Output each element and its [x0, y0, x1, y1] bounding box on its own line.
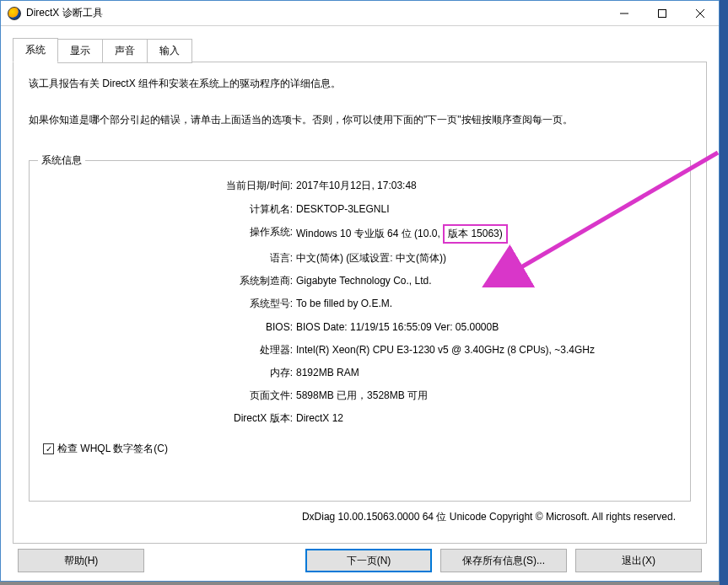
row-manufacturer: 系统制造商: Gigabyte Technology Co., Ltd. — [43, 273, 677, 289]
whql-checkbox-label: 检查 WHQL 数字签名(C) — [57, 442, 168, 456]
button-row: 帮助(H) 下一页(N) 保存所有信息(S)... 退出(X) — [13, 544, 707, 572]
label-manufacturer: 系统制造商: — [43, 273, 296, 289]
spacer — [144, 549, 297, 572]
row-language: 语言: 中文(简体) (区域设置: 中文(简体)) — [43, 250, 677, 266]
label-os: 操作系统: — [43, 224, 296, 244]
tab-sound[interactable]: 声音 — [102, 39, 148, 63]
tab-display[interactable]: 显示 — [57, 39, 103, 63]
client-area: 系统 显示 声音 输入 该工具报告有关 DirectX 组件和安装在系统上的驱动… — [1, 26, 719, 581]
whql-checkbox-row[interactable]: ✓ 检查 WHQL 数字签名(C) — [43, 442, 677, 456]
row-os: 操作系统: Windows 10 专业版 64 位 (10.0, 版本 1506… — [43, 224, 677, 244]
window-title: DirectX 诊断工具 — [26, 6, 605, 20]
help-button[interactable]: 帮助(H) — [18, 549, 144, 572]
label-pagefile: 页面文件: — [43, 388, 296, 404]
tab-strip: 系统 显示 声音 输入 — [13, 38, 707, 62]
svg-rect-1 — [658, 9, 666, 17]
value-model: To be filled by O.E.M. — [296, 296, 677, 312]
value-pagefile: 5898MB 已用，3528MB 可用 — [296, 388, 677, 404]
label-datetime: 当前日期/时间: — [43, 178, 296, 194]
row-pagefile: 页面文件: 5898MB 已用，3528MB 可用 — [43, 388, 677, 404]
label-computer-name: 计算机名: — [43, 201, 296, 217]
row-model: 系统型号: To be filled by O.E.M. — [43, 296, 677, 312]
value-directx: DirectX 12 — [296, 411, 677, 427]
titlebar[interactable]: DirectX 诊断工具 — [1, 1, 719, 26]
tab-panel-system: 该工具报告有关 DirectX 组件和安装在系统上的驱动程序的详细信息。 如果你… — [13, 62, 707, 544]
value-memory: 8192MB RAM — [296, 365, 677, 381]
value-manufacturer: Gigabyte Technology Co., Ltd. — [296, 273, 677, 289]
close-button[interactable] — [681, 1, 719, 25]
whql-checkbox[interactable]: ✓ — [43, 443, 54, 454]
row-directx: DirectX 版本: DirectX 12 — [43, 411, 677, 427]
tab-input[interactable]: 输入 — [147, 39, 192, 63]
label-model: 系统型号: — [43, 296, 296, 312]
description-1: 该工具报告有关 DirectX 组件和安装在系统上的驱动程序的详细信息。 — [29, 76, 691, 92]
system-info-fieldset: 系统信息 当前日期/时间: 2017年10月12日, 17:03:48 计算机名… — [29, 160, 691, 502]
dxdiag-icon — [8, 7, 21, 20]
row-bios: BIOS: BIOS Date: 11/19/15 16:55:09 Ver: … — [43, 319, 677, 335]
fieldset-legend: 系统信息 — [38, 153, 85, 168]
label-language: 语言: — [43, 250, 296, 266]
save-all-button[interactable]: 保存所有信息(S)... — [440, 549, 567, 572]
right-desktop-strip — [720, 0, 728, 585]
window-controls — [605, 1, 719, 25]
value-processor: Intel(R) Xeon(R) CPU E3-1230 v5 @ 3.40GH… — [296, 342, 677, 358]
label-directx: DirectX 版本: — [43, 411, 296, 427]
maximize-button[interactable] — [643, 1, 681, 25]
dxdiag-window: DirectX 诊断工具 系统 显示 声音 输入 该工具报告有关 DirectX… — [0, 0, 720, 582]
next-button[interactable]: 下一页(N) — [305, 549, 432, 572]
os-version-highlight: 版本 15063) — [443, 224, 508, 244]
label-memory: 内存: — [43, 365, 296, 381]
label-processor: 处理器: — [43, 342, 296, 358]
row-memory: 内存: 8192MB RAM — [43, 365, 677, 381]
value-computer-name: DESKTOP-3LEGNLI — [296, 201, 677, 217]
row-datetime: 当前日期/时间: 2017年10月12日, 17:03:48 — [43, 178, 677, 194]
value-bios: BIOS Date: 11/19/15 16:55:09 Ver: 05.000… — [296, 319, 677, 335]
exit-button[interactable]: 退出(X) — [575, 549, 702, 572]
copyright-text: DxDiag 10.00.15063.0000 64 位 Unicode Cop… — [29, 502, 691, 528]
label-bios: BIOS: — [43, 319, 296, 335]
row-computer-name: 计算机名: DESKTOP-3LEGNLI — [43, 201, 677, 217]
tab-system[interactable]: 系统 — [13, 38, 58, 62]
os-prefix: Windows 10 专业版 64 位 (10.0, — [296, 228, 443, 239]
value-os: Windows 10 专业版 64 位 (10.0, 版本 15063) — [296, 224, 677, 244]
value-language: 中文(简体) (区域设置: 中文(简体)) — [296, 250, 677, 266]
description-2: 如果你知道是哪个部分引起的错误，请单击上面适当的选项卡。否则，你可以使用下面的"… — [29, 112, 691, 128]
minimize-button[interactable] — [605, 1, 643, 25]
row-processor: 处理器: Intel(R) Xeon(R) CPU E3-1230 v5 @ 3… — [43, 342, 677, 358]
value-datetime: 2017年10月12日, 17:03:48 — [296, 178, 677, 194]
